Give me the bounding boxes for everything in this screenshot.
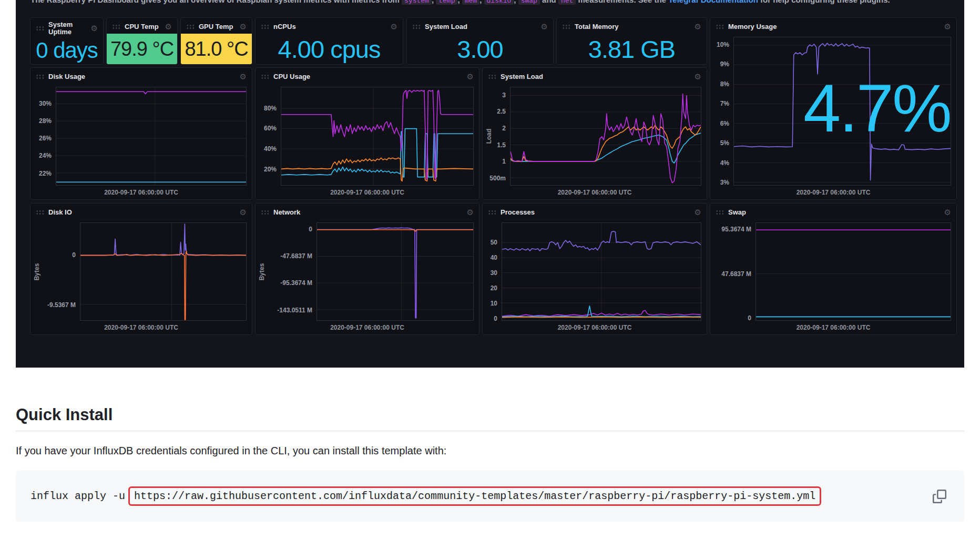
panel-title: Memory Usage	[728, 23, 777, 30]
panel-swap: Swap ⚙ 95.3674 M47.6837 M0 2020-09-17 06…	[710, 203, 957, 335]
drag-handle-icon[interactable]	[36, 210, 44, 216]
y-tick-label: 40%	[264, 145, 277, 152]
y-tick-label: 3	[502, 92, 506, 99]
annotation-red-box: https://raw.githubusercontent.com/influx…	[128, 486, 821, 506]
panel-gpu-temp: GPU Temp ⚙ 81.0 °C	[180, 17, 252, 65]
panel-title: System Load	[425, 23, 467, 30]
panel-system-uptime: System Uptime ⚙ 0 days	[30, 17, 104, 65]
y-tick-label: 3%	[720, 179, 729, 186]
panel-title: nCPUs	[273, 23, 296, 30]
y-tick-label: 20%	[264, 166, 277, 173]
panel-ncpus: nCPUs ⚙ 4.00 cpus	[255, 17, 403, 65]
gear-icon[interactable]: ⚙	[467, 209, 474, 216]
gear-icon[interactable]: ⚙	[695, 209, 701, 216]
stat-value: 3.81 GB	[588, 35, 675, 64]
drag-handle-icon[interactable]	[261, 210, 269, 216]
copy-icon[interactable]	[933, 490, 946, 503]
gear-icon[interactable]: ⚙	[165, 23, 172, 30]
panel-title: Network	[273, 209, 300, 216]
panel-title: Total Memory	[575, 23, 619, 30]
stat-value: 79.9 °C	[110, 38, 173, 60]
install-instructions: If you have your InfluxDB credentials co…	[16, 445, 964, 457]
memory-usage-chart: 4.7%	[733, 37, 951, 186]
x-axis-label: 2020-09-17 06:00:00 UTC	[30, 322, 252, 334]
x-axis-label: 2020-09-17 06:00:00 UTC	[483, 187, 707, 199]
note-sep: ,	[479, 0, 482, 4]
gear-icon[interactable]: ⚙	[240, 23, 247, 30]
stat-value: 4.00 cpus	[278, 35, 381, 64]
disk-io-chart	[80, 222, 247, 321]
y-tick-label: 24%	[39, 152, 52, 159]
dashboard-note-text: The Raspberry Pi Dashboard gives you an …	[30, 0, 956, 6]
gear-icon[interactable]: ⚙	[944, 23, 951, 30]
y-tick-label: -9.5367 M	[47, 301, 76, 309]
code-command: influx apply -u	[30, 490, 125, 502]
drag-handle-icon[interactable]	[562, 24, 570, 30]
x-axis-label: 2020-09-17 06:00:00 UTC	[30, 187, 252, 199]
y-axis-unit: Load	[485, 87, 493, 186]
panel-system-load-stat: System Load ⚙ 3.00	[406, 17, 554, 65]
y-tick-label: 50	[491, 239, 497, 246]
y-tick-label: 7%	[720, 100, 729, 107]
gear-icon[interactable]: ⚙	[240, 73, 247, 80]
gear-icon[interactable]: ⚙	[91, 25, 98, 32]
y-tick-label: 1	[502, 158, 506, 165]
y-axis: 0-47.6837 M-95.3674 M-143.0511 M	[266, 222, 317, 321]
y-tick-label: 0	[494, 315, 497, 322]
code-badge: mem	[462, 0, 479, 5]
code-badge: diskio	[484, 0, 514, 5]
drag-handle-icon[interactable]	[261, 24, 269, 30]
y-tick-label: 9%	[720, 60, 729, 68]
gear-icon[interactable]: ⚙	[695, 73, 701, 80]
y-axis: 80%60%40%20%	[258, 87, 281, 186]
drag-handle-icon[interactable]	[261, 74, 269, 80]
y-tick-label: 0	[748, 314, 751, 322]
y-axis: 32.521.51500m	[493, 87, 510, 186]
panel-title: System Uptime	[48, 21, 87, 36]
drag-handle-icon[interactable]	[36, 26, 44, 32]
panel-title: Disk Usage	[48, 73, 85, 80]
note-text-start: The Raspberry Pi Dashboard gives you an …	[30, 0, 400, 4]
telegraf-documentation-link[interactable]: Telegraf Documentation	[668, 0, 758, 4]
gear-icon[interactable]: ⚙	[695, 23, 701, 30]
y-tick-label: -47.6837 M	[280, 252, 312, 260]
y-tick-label: 1.5	[497, 141, 506, 149]
drag-handle-icon[interactable]	[112, 24, 120, 30]
y-tick-label: 30%	[39, 100, 52, 107]
y-tick-label: 40	[491, 254, 497, 261]
panel-network: Network ⚙ Bytes 0-47.6837 M-95.3674 M-14…	[255, 203, 479, 335]
drag-handle-icon[interactable]	[488, 74, 496, 80]
panel-memory-usage: Memory Usage ⚙ 10%9%8%7%6%5%4%3% 4.7% 20…	[710, 17, 957, 200]
y-axis: 0-9.5367 M	[41, 222, 80, 321]
y-tick-label: 26%	[39, 135, 52, 142]
drag-handle-icon[interactable]	[488, 210, 496, 216]
note-sep: ,	[432, 0, 434, 4]
y-tick-label: 0	[72, 251, 76, 259]
stat-background: 81.0 °C	[181, 34, 252, 64]
x-axis-label: 2020-09-17 06:00:00 UTC	[710, 322, 956, 334]
y-tick-label: 4%	[720, 159, 729, 167]
drag-handle-icon[interactable]	[186, 24, 195, 30]
drag-handle-icon[interactable]	[716, 24, 724, 30]
dashboard-screenshot: The Raspberry Pi Dashboard gives you an …	[16, 0, 964, 368]
note-sep: ,	[457, 0, 460, 4]
note-text-mid: measurements. See the	[578, 0, 667, 4]
gear-icon[interactable]: ⚙	[240, 209, 247, 216]
gear-icon[interactable]: ⚙	[944, 209, 951, 216]
gear-icon[interactable]: ⚙	[541, 23, 548, 30]
y-tick-label: 22%	[39, 170, 52, 177]
y-tick-label: 20	[491, 284, 497, 292]
y-tick-label: 2.5	[497, 108, 506, 115]
panel-disk-usage: Disk Usage ⚙ 30%28%26%24%22% 2020-09-17 …	[30, 67, 252, 200]
drag-handle-icon[interactable]	[412, 24, 421, 30]
gear-icon[interactable]: ⚙	[391, 23, 397, 30]
y-tick-label: 500m	[489, 175, 506, 182]
y-tick-label: -95.3674 M	[280, 279, 312, 287]
gear-icon[interactable]: ⚙	[467, 73, 474, 80]
y-tick-label: 2	[502, 125, 506, 132]
drag-handle-icon[interactable]	[716, 210, 724, 216]
drag-handle-icon[interactable]	[36, 74, 44, 80]
note-text-end: for help configuring these plugins.	[760, 0, 890, 4]
code-badge: temp	[436, 0, 457, 5]
x-axis-label: 2020-09-17 06:00:00 UTC	[256, 187, 479, 199]
